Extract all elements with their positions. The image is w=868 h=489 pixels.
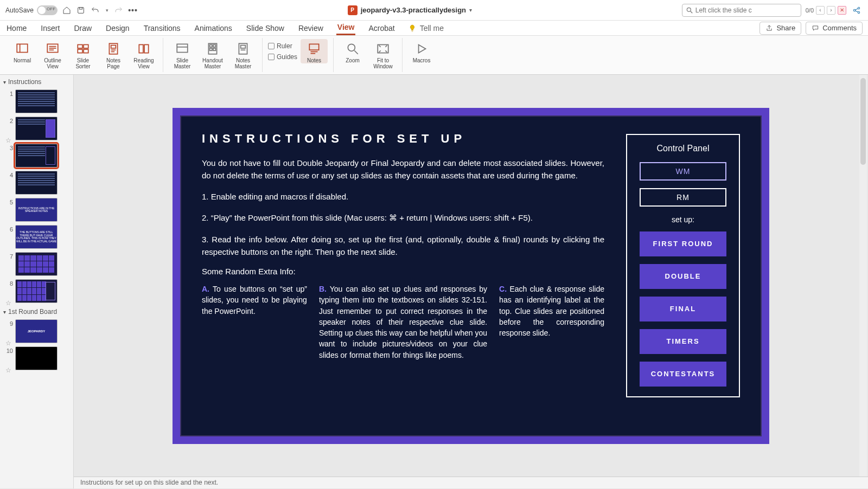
notes-page-button[interactable]: Notes Page [100,39,127,69]
more-icon[interactable]: ••• [128,5,138,15]
contestants-button[interactable]: CONTESTANTS [640,362,726,387]
thumb-row-10[interactable]: 10 ☆ [0,345,73,372]
thumbnail-6[interactable]: THE BUTTONS ARE STILL THERE BUT HAVE CLE… [15,225,58,249]
redo-icon[interactable] [114,5,124,15]
ruler-checkbox[interactable]: Ruler [268,42,297,50]
slide-extra-heading[interactable]: Some Random Extra Info: [202,267,604,276]
colB-text: You can also set up clues and responses … [319,285,487,359]
notes-button[interactable]: Notes [301,39,328,63]
double-button[interactable]: DOUBLE [640,264,726,289]
thumb-row-4[interactable]: 4 [0,169,73,196]
tab-home[interactable]: Home [5,22,28,35]
rm-button[interactable]: RM [640,188,726,207]
thumb-row-1[interactable]: 1 [0,88,73,115]
section-instructions-label: Instructions [8,78,41,86]
document-title[interactable]: P jeopardy-v3.3-practicallydesign ▾ [142,5,678,15]
slide-panel[interactable]: ▾ Instructions 1 2 ☆ 3 4 5 INSTRUCTIONS … [0,75,74,488]
tab-insert[interactable]: Insert [40,22,61,35]
slide-master-button[interactable]: Slide Master [169,39,196,69]
search-prev-button[interactable]: ‹ [816,6,825,15]
slide-title[interactable]: INSTRUCTIONS FOR SET UP [202,132,604,146]
thumb-number: 9 [5,319,13,327]
group-master-views: Slide Master Handout Master Notes Master [163,38,263,72]
thumb-row-3[interactable]: 3 [0,142,73,169]
thumb-row-9[interactable]: 9 JEOPARDY ☆ [0,318,73,345]
notes-master-button[interactable]: Notes Master [229,39,257,69]
guides-checkbox[interactable]: Guides [268,53,297,61]
slide-sorter-button[interactable]: Slide Sorter [69,39,97,69]
undo-dropdown-icon[interactable]: ▾ [104,5,110,15]
normal-view-button[interactable]: Normal [9,39,36,63]
save-icon[interactable] [76,5,86,15]
autosave-state: OFF [47,7,55,11]
thumbnail-2[interactable] [15,117,58,140]
thumb-row-7[interactable]: 7 [0,250,73,278]
fit-to-window-button[interactable]: Fit to Window [369,39,397,69]
thumbnail-5[interactable]: INSTRUCTIONS ARE IN THE SPEAKER NOTES [15,198,58,222]
tab-review[interactable]: Review [297,22,324,35]
thumbnail-8[interactable] [15,279,58,303]
comments-button[interactable]: Comments [806,22,863,35]
search-input[interactable] [695,7,797,14]
thumb-row-6[interactable]: 6 THE BUTTONS ARE STILL THERE BUT HAVE C… [0,223,73,250]
undo-icon[interactable] [90,5,100,15]
control-panel: Control Panel WM RM set up: FIRST ROUND … [626,134,740,397]
autosave-switch[interactable]: OFF [37,5,58,15]
section-instructions[interactable]: ▾ Instructions [0,75,73,88]
thumbnail-3[interactable] [15,144,58,168]
svg-rect-16 [84,44,88,48]
tab-design[interactable]: Design [105,22,131,35]
slide-three-columns[interactable]: A. To use buttons on “set up” slides, yo… [202,284,604,361]
slide-canvas[interactable]: INSTRUCTIONS FOR SET UP You do not have … [173,108,769,444]
tab-view[interactable]: View [336,21,356,35]
handout-master-button[interactable]: Handout Master [199,39,226,69]
thumb-row-5[interactable]: 5 INSTRUCTIONS ARE IN THE SPEAKER NOTES [0,196,73,223]
share-quick-icon[interactable] [851,4,863,16]
final-button[interactable]: FINAL [640,297,726,321]
chevron-down-icon[interactable]: ▾ [469,7,472,13]
slide-paragraph-4[interactable]: 3. Read the info below. After doing so, … [202,233,604,259]
tab-transitions[interactable]: Transitions [143,22,182,35]
group-macros: Macros [403,38,441,72]
tell-me-label: Tell me [420,24,444,33]
zoom-button[interactable]: Zoom [339,39,366,63]
tab-animations[interactable]: Animations [194,22,233,35]
thumb-row-8[interactable]: 8 ☆ [0,278,73,305]
notes-text[interactable]: Instructions for set up on this slide an… [80,479,218,486]
tell-me[interactable]: Tell me [408,24,444,33]
search-bar[interactable] [682,4,801,17]
wm-button[interactable]: WM [640,162,726,181]
fit-to-window-label: Fit to Window [373,57,393,69]
tab-draw[interactable]: Draw [73,22,93,35]
notes-master-label: Notes Master [235,57,252,69]
thumbnail-7[interactable] [15,252,58,276]
timers-button[interactable]: TIMERS [640,329,726,354]
macros-button[interactable]: Macros [408,39,435,63]
vertical-scrollbar[interactable] [859,75,867,477]
slide-stage[interactable]: INSTRUCTIONS FOR SET UP You do not have … [74,75,868,477]
search-clear-button[interactable]: ✕ [838,6,846,15]
outline-view-button[interactable]: Outline View [39,39,66,69]
editor: INSTRUCTIONS FOR SET UP You do not have … [74,75,868,488]
slide-paragraph-1[interactable]: You do not have to fill out Double Jeopa… [202,157,604,182]
tab-acrobat[interactable]: Acrobat [367,22,395,35]
share-button[interactable]: Share [760,22,801,35]
slide-paragraph-2[interactable]: 1. Enable editing and macros if disabled… [202,190,604,203]
thumbnail-1[interactable] [15,89,58,113]
tab-slide-show[interactable]: Slide Show [245,22,285,35]
search-next-button[interactable]: › [827,6,835,15]
svg-rect-31 [241,46,246,48]
notes-pane[interactable]: Instructions for set up on this slide an… [74,477,868,488]
thumbnail-10[interactable] [15,346,58,370]
scrollbar-thumb[interactable] [860,78,866,165]
home-icon[interactable] [62,5,72,15]
autosave-toggle[interactable]: AutoSave OFF [5,5,58,15]
first-round-button[interactable]: FIRST ROUND [640,231,726,256]
slide-paragraph-3[interactable]: 2. “Play” the PowerPoint from this slide… [202,211,604,224]
reading-view-button[interactable]: Reading View [130,39,157,69]
thumb-row-2[interactable]: 2 ☆ [0,115,73,142]
share-label: Share [776,24,795,32]
thumbnail-9[interactable]: JEOPARDY [15,319,58,343]
thumbnail-4[interactable] [15,171,58,195]
slide-master-label: Slide Master [174,57,191,69]
